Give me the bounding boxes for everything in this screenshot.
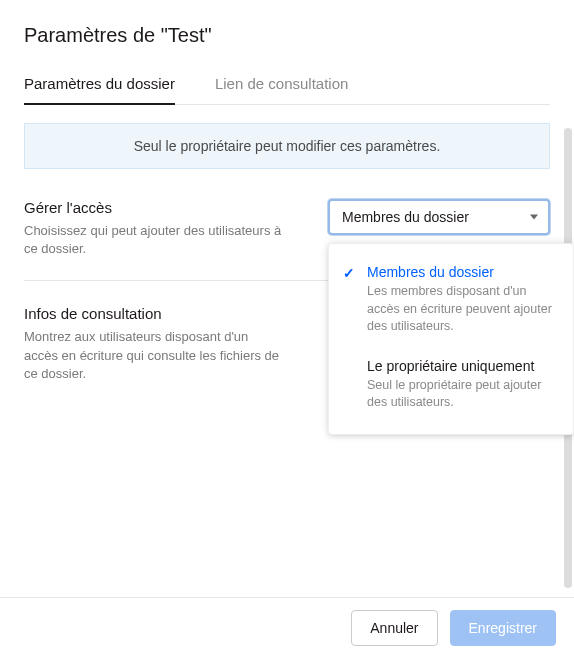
section-title: Infos de consultation xyxy=(24,305,284,322)
access-dropdown: ✓ Membres du dossier Les membres disposa… xyxy=(328,243,574,435)
access-select-wrap: Membres du dossier ✓ Membres du dossier … xyxy=(328,199,550,235)
tab-view-link[interactable]: Lien de consultation xyxy=(215,75,348,104)
section-desc: Montrez aux utilisateurs disposant d'un … xyxy=(24,328,284,383)
option-owner-only[interactable]: Le propriétaire uniquement Seul le propr… xyxy=(329,348,573,424)
section-text: Infos de consultation Montrez aux utilis… xyxy=(24,305,284,383)
tabs: Paramètres du dossier Lien de consultati… xyxy=(24,75,550,105)
cancel-button[interactable]: Annuler xyxy=(351,610,437,646)
option-title: Le propriétaire uniquement xyxy=(367,358,555,374)
owner-notice: Seul le propriétaire peut modifier ces p… xyxy=(24,123,550,169)
tab-label: Paramètres du dossier xyxy=(24,75,175,92)
modal-footer: Annuler Enregistrer xyxy=(0,597,574,657)
section-manage-access: Gérer l'accès Choisissez qui peut ajoute… xyxy=(24,195,550,281)
chevron-down-icon xyxy=(530,215,538,220)
check-icon: ✓ xyxy=(343,265,355,281)
option-folder-members[interactable]: ✓ Membres du dossier Les membres disposa… xyxy=(329,254,573,348)
option-desc: Seul le propriétaire peut ajouter des ut… xyxy=(367,377,555,412)
section-title: Gérer l'accès xyxy=(24,199,284,216)
tab-label: Lien de consultation xyxy=(215,75,348,92)
option-desc: Les membres disposant d'un accès en écri… xyxy=(367,283,555,336)
option-title: Membres du dossier xyxy=(367,264,555,280)
select-value: Membres du dossier xyxy=(342,209,469,225)
save-button[interactable]: Enregistrer xyxy=(450,610,556,646)
page-title: Paramètres de "Test" xyxy=(24,24,550,47)
section-desc: Choisissez qui peut ajouter des utilisat… xyxy=(24,222,284,258)
settings-modal: Paramètres de "Test" Paramètres du dossi… xyxy=(0,0,574,597)
tab-folder-settings[interactable]: Paramètres du dossier xyxy=(24,75,175,104)
access-select[interactable]: Membres du dossier xyxy=(328,199,550,235)
section-text: Gérer l'accès Choisissez qui peut ajoute… xyxy=(24,199,284,258)
